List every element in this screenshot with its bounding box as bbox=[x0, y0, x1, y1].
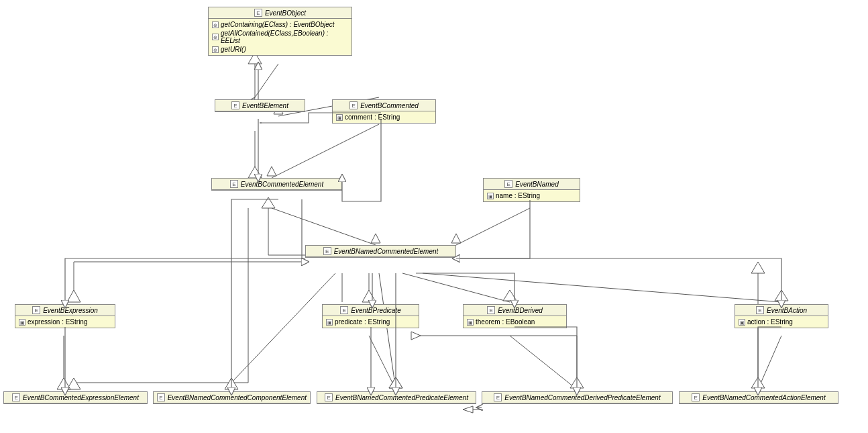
attr-text: predicate : EString bbox=[335, 318, 390, 326]
attr-icon: ▣ bbox=[336, 114, 343, 121]
eventbobject-header: E EventBObject bbox=[209, 7, 351, 19]
svg-marker-6 bbox=[451, 234, 461, 243]
svg-marker-11 bbox=[775, 290, 788, 301]
eventbexpression-body: ▣ expression : EString bbox=[15, 316, 115, 328]
attr-predicate: ▣ predicate : EString bbox=[326, 318, 415, 326]
eventbaction-header: E EventBAction bbox=[735, 305, 828, 316]
svg-marker-19 bbox=[389, 377, 402, 388]
eventbderived-box: E EventBDerived ▣ theorem : EBoolean bbox=[463, 304, 567, 328]
svg-marker-10 bbox=[503, 290, 517, 301]
svg-marker-8 bbox=[262, 197, 275, 208]
eventbderived-header: E EventBDerived bbox=[464, 305, 566, 316]
eventbaction-title: EventBAction bbox=[767, 307, 807, 314]
eventbcommentedexpressionelement-title: EventBCommentedExpressionElement bbox=[23, 394, 139, 401]
attr-text: expression : EString bbox=[28, 318, 88, 326]
attr-getcontaining: ⊕ getContaining(EClass) : EventBObject bbox=[212, 20, 348, 29]
eventbcommented-body: ▣ comment : EString bbox=[333, 111, 435, 123]
class-icon: E bbox=[756, 306, 764, 314]
class-icon: E bbox=[230, 180, 238, 188]
eventbobject-box: E EventBObject ⊕ getContaining(EClass) :… bbox=[208, 7, 352, 56]
svg-marker-13 bbox=[67, 378, 80, 389]
eventbnamedcommentedactionelement-header: E EventBNamedCommentedActionElement bbox=[680, 392, 838, 403]
eventbnamed-header: E EventBNamed bbox=[484, 179, 580, 190]
eventbnamedcommentedcomponentelement-header: E EventBNamedCommentedComponentElement bbox=[154, 392, 310, 403]
svg-marker-14 bbox=[225, 378, 238, 389]
arrows-svg bbox=[0, 0, 868, 433]
attr-theorem: ▣ theorem : EBoolean bbox=[467, 318, 563, 326]
eventbnamedcommentedelement-box: E EventBNamedCommentedElement bbox=[305, 245, 456, 258]
eventbexpression-header: E EventBExpression bbox=[15, 305, 115, 316]
attr-geturi: ⊕ getURI() bbox=[212, 45, 348, 54]
class-icon: E bbox=[349, 101, 358, 109]
attr-action: ▣ action : EString bbox=[739, 318, 824, 326]
eventbobject-body: ⊕ getContaining(EClass) : EventBObject ⊕… bbox=[209, 19, 351, 55]
class-icon: E bbox=[12, 393, 20, 401]
class-icon: E bbox=[494, 393, 502, 401]
op-icon: ⊕ bbox=[212, 46, 219, 53]
attr-text: comment : EString bbox=[345, 113, 400, 121]
eventbnamedcommentedpredicateelement-header: E EventBNamedCommentedPredicateElement bbox=[317, 392, 476, 403]
class-icon: E bbox=[32, 306, 40, 314]
eventbelement-header: E EventBElement bbox=[215, 100, 305, 111]
attr-icon: ▣ bbox=[326, 319, 333, 326]
eventbexpression-box: E EventBExpression ▣ expression : EStrin… bbox=[15, 304, 115, 328]
svg-marker-7 bbox=[371, 234, 380, 243]
class-icon: E bbox=[340, 306, 348, 314]
eventbnamed-box: E EventBNamed ▣ name : EString bbox=[483, 178, 580, 202]
eventbnamedcommentedcomponentelement-box: E EventBNamedCommentedComponentElement bbox=[153, 391, 311, 404]
attr-text: name : EString bbox=[496, 192, 540, 199]
eventbcommentedelement-header: E EventBCommentedElement bbox=[212, 179, 341, 190]
class-icon: E bbox=[231, 101, 239, 109]
class-icon: E bbox=[157, 393, 165, 401]
op-icon: ⊕ bbox=[212, 34, 219, 40]
svg-marker-16 bbox=[411, 332, 421, 340]
svg-marker-22 bbox=[463, 406, 473, 413]
attr-text: getURI() bbox=[221, 46, 246, 53]
diagram-container: E EventBObject ⊕ getContaining(EClass) :… bbox=[0, 0, 868, 433]
attr-getallcontained: ⊕ getAllContained(EClass,EBoolean) : EEL… bbox=[212, 29, 348, 45]
eventbnamedcommentedderivedpredicateelement-header: E EventBNamedCommentedDerivedPredicateEl… bbox=[482, 392, 672, 403]
svg-marker-15 bbox=[389, 377, 402, 388]
class-icon: E bbox=[504, 180, 512, 188]
eventbpredicate-title: EventBPredicate bbox=[351, 307, 401, 314]
eventbcommented-box: E EventBCommented ▣ comment : EString bbox=[332, 99, 436, 124]
attr-icon: ▣ bbox=[739, 319, 745, 326]
eventbcommentedexpressionelement-header: E EventBCommentedExpressionElement bbox=[4, 392, 147, 403]
class-icon: E bbox=[487, 306, 495, 314]
attr-name: ▣ name : EString bbox=[487, 191, 576, 200]
eventbderived-title: EventBDerived bbox=[498, 307, 543, 314]
svg-marker-17 bbox=[751, 262, 765, 273]
eventbnamed-body: ▣ name : EString bbox=[484, 190, 580, 201]
svg-marker-12 bbox=[67, 290, 80, 302]
eventbnamedcommentedpredicateelement-box: E EventBNamedCommentedPredicateElement bbox=[317, 391, 476, 404]
attr-text: theorem : EBoolean bbox=[476, 318, 535, 326]
eventbcommentedelement-box: E EventBCommentedElement bbox=[211, 178, 342, 191]
eventbnamedcommentedderivedpredicateelement-title: EventBNamedCommentedDerivedPredicateElem… bbox=[504, 394, 660, 401]
class-icon: E bbox=[254, 9, 262, 17]
eventbcommented-header: E EventBCommented bbox=[333, 100, 435, 111]
eventbnamedcommentedderivedpredicateelement-box: E EventBNamedCommentedDerivedPredicateEl… bbox=[482, 391, 673, 404]
eventbnamedcommentedelement-title: EventBNamedCommentedElement bbox=[334, 248, 439, 255]
eventbelement-title: EventBElement bbox=[242, 102, 288, 109]
class-icon: E bbox=[692, 393, 700, 401]
attr-text: action : EString bbox=[747, 318, 793, 326]
svg-line-1 bbox=[255, 64, 278, 97]
op-icon: ⊕ bbox=[212, 21, 219, 28]
eventbnamedcommentedpredicateelement-title: EventBNamedCommentedPredicateElement bbox=[335, 394, 468, 401]
svg-marker-20 bbox=[570, 377, 584, 388]
eventbexpression-title: EventBExpression bbox=[43, 307, 98, 314]
eventbpredicate-body: ▣ predicate : EString bbox=[323, 316, 419, 328]
attr-icon: ▣ bbox=[487, 193, 494, 199]
eventbpredicate-header: E EventBPredicate bbox=[323, 305, 419, 316]
eventbnamedcommentedelement-header: E EventBNamedCommentedElement bbox=[306, 246, 455, 257]
eventbobject-title: EventBObject bbox=[265, 9, 306, 17]
eventbnamedcommentedactionelement-title: EventBNamedCommentedActionElement bbox=[702, 394, 825, 401]
class-icon: E bbox=[325, 393, 333, 401]
attr-text: getAllContained(EClass,EBoolean) : EELis… bbox=[221, 30, 348, 44]
eventbnamedcommentedactionelement-box: E EventBNamedCommentedActionElement bbox=[679, 391, 838, 404]
attr-icon: ▣ bbox=[19, 319, 25, 326]
svg-marker-5 bbox=[267, 166, 276, 176]
eventbnamedcommentedcomponentelement-title: EventBNamedCommentedComponentElement bbox=[168, 394, 307, 401]
svg-marker-4 bbox=[248, 166, 262, 178]
eventbcommentedexpressionelement-box: E EventBCommentedExpressionElement bbox=[3, 391, 148, 404]
